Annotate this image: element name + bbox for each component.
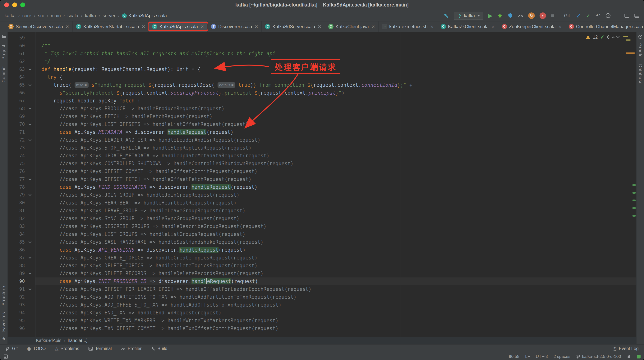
code-line[interactable]: //case ApiKeys.SASL_HANDSHAKE => handleS…	[36, 238, 636, 246]
fold-marker-icon[interactable]	[28, 177, 32, 180]
fold-marker-icon[interactable]	[28, 67, 32, 70]
code-line[interactable]: request.header.apiKey match {	[36, 97, 636, 105]
sidebar-item-commit[interactable]: Commit	[1, 66, 6, 82]
zoom-window-button[interactable]	[20, 2, 25, 7]
breadcrumb-item[interactable]: scala	[68, 13, 78, 18]
caret-position[interactable]: 90:58	[509, 354, 520, 359]
code-line[interactable]: //case ApiKeys.CONTROLLED_SHUTDOWN => ha…	[36, 160, 636, 168]
fold-marker-icon[interactable]	[28, 107, 32, 110]
code-line[interactable]: //case ApiKeys.JOIN_GROUP => handleJoinG…	[36, 191, 636, 199]
close-window-button[interactable]	[4, 2, 9, 7]
sidebar-item-favorites[interactable]: Favorites	[1, 312, 6, 332]
tool-window-button-git[interactable]: Git	[5, 346, 18, 351]
fold-marker-icon[interactable]	[28, 138, 32, 141]
code-line[interactable]: //case ApiKeys.ADD_PARTITIONS_TO_TXN => …	[36, 293, 636, 301]
breadcrumb-item[interactable]: core	[22, 13, 31, 18]
close-tab-icon[interactable]: ×	[255, 24, 258, 29]
editor-tab[interactable]: TDiscoverer.scala×	[208, 21, 262, 31]
code-line[interactable]: try {	[36, 73, 636, 81]
code-line[interactable]: //case ApiKeys.LIST_OFFSETS => handleLis…	[36, 120, 636, 128]
close-tab-icon[interactable]: ×	[142, 24, 145, 29]
editor-tab[interactable]: OServiceDiscovery.scala×	[5, 21, 73, 31]
fold-marker-icon[interactable]	[28, 272, 32, 275]
code-line[interactable]: //case ApiKeys.WRITE_TXN_MARKERS => hand…	[36, 317, 636, 325]
vcs-commit-button[interactable]: ✓	[586, 13, 591, 18]
vcs-history-button[interactable]	[605, 13, 611, 18]
code-line[interactable]: trace( msg = s"Handling request:${reques…	[36, 81, 636, 89]
editor-tab[interactable]: CKafkaServerStartable.scala×	[73, 21, 149, 31]
indent-style[interactable]: 2 spaces	[554, 354, 570, 359]
close-tab-icon[interactable]: ×	[66, 24, 69, 29]
profiler-button[interactable]	[518, 13, 524, 18]
vcs-update-button[interactable]: ↙	[576, 13, 581, 18]
tool-window-button-profiler[interactable]: Profiler	[121, 346, 142, 351]
sidebar-item-structure[interactable]: Structure	[1, 286, 6, 306]
close-tab-icon[interactable]: ×	[200, 24, 204, 29]
code-area[interactable]: /** * Top-level method that handles all …	[36, 32, 636, 337]
run-config-select[interactable]: kafka	[454, 12, 483, 20]
editor-tab[interactable]: CZooKeeperClient.scala×	[498, 21, 565, 31]
code-line[interactable]: //case ApiKeys.FETCH => handleFetchReque…	[36, 113, 636, 120]
code-line[interactable]: //case ApiKeys.OFFSET_COMMIT => handleOf…	[36, 168, 636, 175]
code-line[interactable]: //case ApiKeys.ADD_OFFSETS_TO_TXN => han…	[36, 301, 636, 309]
close-tab-icon[interactable]: ×	[558, 24, 562, 29]
gradle-icon[interactable]	[638, 34, 643, 39]
run-button[interactable]: ▶	[488, 13, 492, 18]
editor-tab[interactable]: CKafkaSdServer.scala×	[262, 21, 325, 31]
code-line[interactable]: //case ApiKeys.OFFSET_FOR_LEADER_EPOCH =…	[36, 285, 636, 293]
code-line[interactable]: * Top-level method that handles all requ…	[36, 50, 636, 58]
code-line[interactable]: s"securityProtocol:${request.context.sec…	[36, 89, 636, 97]
breadcrumb-item[interactable]: main	[51, 13, 61, 18]
editor-breadcrumb-item[interactable]: KafkaSdApis	[36, 338, 61, 343]
fold-marker-icon[interactable]	[28, 287, 32, 290]
close-tab-icon[interactable]: ×	[372, 24, 375, 29]
fold-marker-icon[interactable]	[28, 83, 32, 86]
debug-button[interactable]	[497, 13, 503, 18]
tool-window-button-event-log[interactable]: ◷Event Log	[612, 346, 639, 351]
fold-marker-icon[interactable]	[28, 122, 32, 125]
tool-window-button-problems[interactable]: △Problems	[55, 346, 79, 351]
close-tab-icon[interactable]: ×	[430, 24, 434, 29]
sidebar-item-project[interactable]: Project	[1, 45, 6, 60]
coverage-button[interactable]	[508, 13, 513, 18]
editor-tab[interactable]: CKafkaClient.java×	[325, 21, 378, 31]
file-encoding[interactable]: UTF-8	[536, 354, 548, 359]
breadcrumb-item[interactable]: src	[38, 13, 44, 18]
code-line[interactable]: //case ApiKeys.TXN_OFFSET_COMMIT => hand…	[36, 325, 636, 333]
breadcrumb-item[interactable]: CKafkaSdApis.scala	[122, 13, 167, 18]
code-line[interactable]: case ApiKeys.FIND_COORDINATOR => discove…	[36, 183, 636, 191]
editor-tab[interactable]: >kafka-exmetrics.sh×	[378, 21, 438, 31]
breadcrumb-item[interactable]: kafka	[4, 13, 16, 18]
code-line[interactable]: /**	[36, 42, 636, 50]
breadcrumb-item[interactable]: server	[103, 13, 116, 18]
line-separator[interactable]: LF	[525, 354, 530, 359]
minimize-window-button[interactable]	[12, 2, 17, 7]
prev-problem-icon[interactable]	[612, 36, 615, 40]
code-line[interactable]: //case ApiKeys.SYNC_GROUP => handleSyncG…	[36, 215, 636, 223]
editor-breadcrumb-item[interactable]: handle(...)	[68, 338, 88, 343]
sidebar-item-gradle[interactable]: Gradle	[638, 43, 643, 58]
stop-button[interactable]: ■	[551, 13, 554, 18]
code-line[interactable]: //case ApiKeys.DELETE_TOPICS => handleDe…	[36, 262, 636, 270]
editor-tab[interactable]: CKafkaSdApis.scala×	[149, 21, 208, 31]
next-problem-icon[interactable]	[616, 35, 620, 38]
window-layout-icon[interactable]	[634, 13, 640, 18]
editor-tab[interactable]: CKafkaZkClient.scala×	[437, 21, 498, 31]
fold-marker-icon[interactable]	[28, 256, 32, 259]
favorites-star-icon[interactable]: ★	[2, 336, 6, 341]
sidebar-item-database[interactable]: Database	[638, 64, 643, 84]
code-line[interactable]: case ApiKeys.METADATA => discoverer.hand…	[36, 128, 636, 136]
editor[interactable]: 5960616263646566676869707172737475767778…	[8, 32, 636, 337]
git-branch[interactable]: kafka-sd-2.5.0-d-100	[576, 354, 621, 359]
editor-tab[interactable]: CControllerChannelManager.scala×	[565, 21, 644, 31]
fold-marker-icon[interactable]	[28, 193, 32, 196]
code-line[interactable]: //case ApiKeys.DELETE_RECORDS => handleD…	[36, 270, 636, 278]
code-line[interactable]: //case ApiKeys.OFFSET_FETCH => handleOff…	[36, 175, 636, 183]
code-line[interactable]: //case ApiKeys.DESCRIBE_GROUPS => handle…	[36, 223, 636, 230]
breadcrumb-item[interactable]: kafka	[85, 13, 96, 18]
code-line[interactable]: //case ApiKeys.LEADER_AND_ISR => handleL…	[36, 136, 636, 144]
code-line[interactable]	[36, 34, 636, 42]
vcs-rollback-button[interactable]: ↶	[596, 13, 600, 18]
code-line[interactable]: case ApiKeys.API_VERSIONS => discoverer.…	[36, 246, 636, 254]
close-tab-icon[interactable]: ×	[491, 24, 495, 29]
